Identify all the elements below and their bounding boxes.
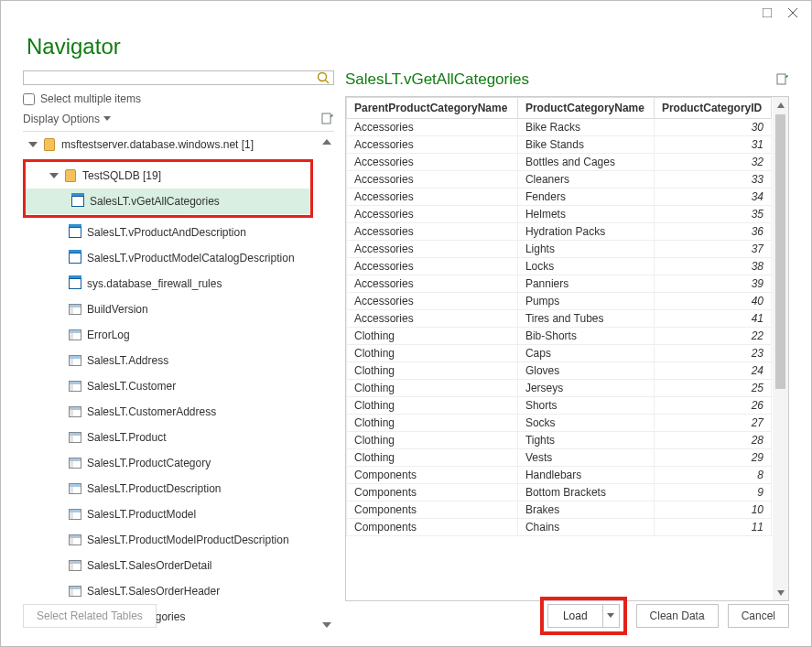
column-header[interactable]: ProductCategoryID [654, 98, 771, 119]
column-header[interactable]: ParentProductCategoryName [347, 98, 518, 119]
select-multiple-row[interactable]: Select multiple items [23, 85, 334, 113]
table-cell: 30 [654, 119, 771, 136]
preview-table: ParentProductCategoryNameProductCategory… [346, 97, 772, 536]
tree-leaf[interactable]: SalesLT.vProductModelCatalogDescription [23, 245, 313, 271]
table-row[interactable]: AccessoriesFenders34 [347, 189, 772, 206]
table-row[interactable]: ComponentsHandlebars8 [347, 467, 772, 484]
chevron-up-icon [321, 137, 332, 146]
svg-marker-7 [322, 139, 331, 145]
tree-leaf[interactable]: SalesLT.ProductModel [23, 501, 313, 527]
tree-leaf[interactable]: SalesLT.Address [23, 348, 313, 373]
tree-leaf[interactable]: SalesLT.ProductModelProductDescription [23, 527, 313, 553]
table-row[interactable]: ClothingVests29 [347, 449, 772, 467]
table-row[interactable]: AccessoriesHelmets35 [347, 206, 772, 223]
table-cell: Lights [517, 241, 654, 258]
table-cell: 25 [654, 380, 771, 397]
table-cell: Accessories [347, 223, 518, 241]
dialog-title: Navigator [1, 25, 811, 70]
select-related-tables-button[interactable]: Select Related Tables [23, 604, 157, 628]
preview-refresh-button[interactable] [776, 73, 789, 86]
table-row[interactable]: AccessoriesTires and Tubes41 [347, 310, 772, 328]
tree-leaf[interactable]: ErrorLog [23, 322, 313, 348]
select-multiple-checkbox[interactable] [23, 93, 35, 105]
table-row[interactable]: ComponentsBottom Brackets9 [347, 484, 772, 501]
column-header[interactable]: ProductCategoryName [517, 98, 654, 119]
table-row[interactable]: ComponentsBrakes10 [347, 501, 772, 519]
tree-server-node[interactable]: msftestserver.database.windows.net [1] [23, 132, 313, 157]
table-cell: Shorts [517, 397, 654, 415]
table-row[interactable]: ClothingTights28 [347, 432, 772, 449]
table-row[interactable]: AccessoriesBottles and Cages32 [347, 154, 772, 171]
table-row[interactable]: ClothingGloves24 [347, 362, 772, 380]
tree-leaf[interactable]: SalesLT.vProductAndDescription [23, 220, 313, 245]
table-cell: Components [347, 484, 518, 501]
table-icon [69, 559, 81, 572]
table-row[interactable]: ClothingJerseys25 [347, 380, 772, 397]
scroll-up-button[interactable] [773, 97, 788, 113]
tree-leaf[interactable]: SalesLT.SalesOrderDetail [23, 553, 313, 578]
cancel-button[interactable]: Cancel [728, 604, 789, 628]
display-options-dropdown[interactable]: Display Options [23, 113, 111, 125]
table-icon [69, 380, 81, 393]
table-row[interactable]: ClothingBib-Shorts22 [347, 328, 772, 345]
refresh-icon [776, 73, 789, 86]
clean-data-button[interactable]: Clean Data [636, 604, 719, 628]
tree-leaf[interactable]: SalesLT.ProductDescription [23, 476, 313, 501]
table-row[interactable]: ClothingShorts26 [347, 397, 772, 415]
table-row[interactable]: AccessoriesCleaners33 [347, 171, 772, 189]
table-row[interactable]: AccessoriesLocks38 [347, 258, 772, 275]
load-label: Load [563, 609, 588, 622]
tree-leaf-label: SalesLT.vProductModelCatalogDescription [87, 252, 295, 264]
svg-rect-0 [763, 8, 772, 17]
table-row[interactable]: AccessoriesPumps40 [347, 293, 772, 310]
table-icon [69, 405, 81, 418]
table-cell: Accessories [347, 275, 518, 293]
search-input[interactable] [27, 71, 317, 84]
table-row[interactable]: AccessoriesBike Stands31 [347, 136, 772, 154]
table-cell: Clothing [347, 432, 518, 449]
preview-table-wrap: ParentProductCategoryNameProductCategory… [345, 96, 789, 601]
highlight-box-load: Load [540, 597, 627, 635]
tree-leaf[interactable]: SalesLT.CustomerAddress [23, 399, 313, 425]
table-row[interactable]: AccessoriesLights37 [347, 241, 772, 258]
tree-db-node[interactable]: TestSQLDB [19] [26, 163, 310, 189]
maximize-button[interactable] [756, 4, 778, 22]
tree-leaf[interactable]: SalesLT.Customer [23, 373, 313, 399]
table-row[interactable]: ClothingSocks27 [347, 415, 772, 432]
tree-leaf[interactable]: sys.database_firewall_rules [23, 271, 313, 297]
table-cell: Clothing [347, 380, 518, 397]
table-row[interactable]: ComponentsChains11 [347, 519, 772, 536]
table-row[interactable]: AccessoriesBike Racks30 [347, 119, 772, 136]
tree-scrollbar[interactable] [319, 137, 334, 630]
table-cell: 39 [654, 275, 771, 293]
table-row[interactable]: ClothingCaps23 [347, 345, 772, 362]
tree-inner: msftestserver.database.windows.net [1] T… [23, 132, 313, 630]
load-dropdown-button[interactable] [603, 604, 620, 628]
footer-right-buttons: Load Clean Data Cancel [540, 597, 789, 635]
scrollbar-thumb[interactable] [775, 114, 785, 389]
tree-leaf[interactable]: SalesLT.Product [23, 425, 313, 450]
table-cell: Accessories [347, 293, 518, 310]
table-cell: Jerseys [517, 380, 654, 397]
svg-rect-6 [322, 113, 330, 124]
load-split-button: Load [547, 604, 620, 628]
view-icon [71, 195, 84, 208]
tree-leaf[interactable]: SalesLT.vGetAllCategories [26, 189, 310, 214]
maximize-icon [763, 8, 772, 17]
table-cell: Bike Racks [517, 119, 654, 136]
tree-leaf[interactable]: SalesLT.ProductCategory [23, 450, 313, 476]
table-row[interactable]: AccessoriesPanniers39 [347, 275, 772, 293]
display-options-row: Display Options [23, 113, 334, 131]
table-cell: Accessories [347, 171, 518, 189]
table-row[interactable]: AccessoriesHydration Packs36 [347, 223, 772, 241]
table-cell: Components [347, 519, 518, 536]
search-box[interactable] [23, 70, 334, 85]
load-button[interactable]: Load [547, 604, 603, 628]
table-icon [69, 457, 81, 469]
table-cell: Panniers [517, 275, 654, 293]
refresh-button[interactable] [321, 113, 334, 125]
close-button[interactable] [782, 4, 804, 22]
tree-leaf[interactable]: BuildVersion [23, 297, 313, 322]
preview-scrollbar[interactable] [773, 97, 788, 600]
close-icon [788, 8, 797, 17]
